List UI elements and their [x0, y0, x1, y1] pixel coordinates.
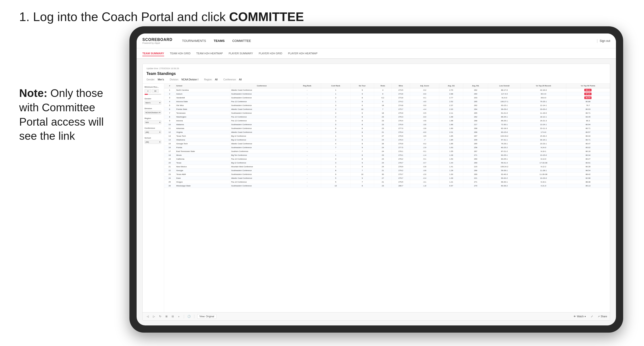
- col-vstop25[interactable]: Vs Top 25 Record: [520, 84, 566, 88]
- toolbar-refresh-btn[interactable]: ↻: [158, 314, 162, 319]
- table-row[interactable]: 17 East Tennessee State Southern Confere…: [164, 150, 610, 153]
- table-row[interactable]: 1 North Carolina Atlantic Coast Conferen…: [164, 88, 610, 92]
- table-row[interactable]: 10 Alabama Southeastern Conference - 5 8…: [164, 123, 610, 127]
- filter-group-division: Division NCAA Division I ▾: [144, 107, 162, 114]
- school-select[interactable]: (All) ▾: [144, 140, 161, 144]
- table-row[interactable]: 3 Vanderbilt Southeastern Conference - 2…: [164, 96, 610, 100]
- toolbar-sep-1: [184, 315, 184, 319]
- ipad-frame: SCOREBOARD Powered by clippd TOURNAMENTS…: [130, 26, 623, 333]
- watch-btn[interactable]: 👁 Watch ▾: [574, 315, 586, 318]
- col-low[interactable]: Low Overall: [488, 84, 520, 88]
- col-wins[interactable]: Wins: [392, 84, 410, 88]
- table-row[interactable]: 4 Arizona State Pac-12 Conference - 1 9 …: [164, 100, 610, 104]
- table-row[interactable]: 16 Florida Southeastern Conference - 7 9…: [164, 146, 610, 150]
- step-text: Log into the Coach Portal and click: [33, 10, 229, 24]
- col-avg-sg[interactable]: Avg. SG: [439, 84, 463, 88]
- table-row[interactable]: 22 Georgia Southeastern Conference - 8 7…: [164, 169, 610, 173]
- table-row[interactable]: 13 Texas Tech Big 12 Conference - 1 9 27…: [164, 134, 610, 138]
- toolbar-plus-btn[interactable]: +: [177, 314, 181, 319]
- table-row[interactable]: 26 Mississippi State Southeastern Confer…: [164, 184, 610, 188]
- sidebar-filters: Minimum Rou... 4 30 Gender Men's: [142, 84, 164, 312]
- col-reg-rank[interactable]: Reg Rank: [293, 84, 321, 88]
- table-row[interactable]: 14 Oklahoma Big 12 Conference - 2 8 24 2…: [164, 138, 610, 142]
- filter-group-region: Region N/A ▾: [144, 117, 162, 124]
- logo-sub: Powered by clippd: [142, 42, 172, 44]
- step-instruction: 1. Log into the Coach Portal and click C…: [19, 9, 304, 24]
- toolbar-copy-btn[interactable]: ⊞: [164, 314, 168, 319]
- filter-group-conference: Conference (All) ▾: [144, 127, 162, 134]
- table-row[interactable]: 6 Florida State Atlantic Coast Conferenc…: [164, 107, 610, 111]
- subnav-player-summary[interactable]: PLAYER SUMMARY: [229, 51, 253, 56]
- step-number: 1.: [19, 10, 30, 24]
- filter-group-min-rounds: Minimum Rou... 4 30: [144, 86, 162, 95]
- toolbar-grid-btn[interactable]: ⊟: [170, 314, 175, 319]
- sub-nav: TEAM SUMMARY TEAM H2H GRID TEAM H2H HEAT…: [136, 48, 616, 59]
- logo-main: SCOREBOARD: [142, 37, 172, 42]
- subnav-player-h2h-grid[interactable]: PLAYER H2H GRID: [259, 51, 282, 56]
- table-row[interactable]: 9 Arizona Pac-12 Conference - 3 8 23 276…: [164, 119, 610, 123]
- subnav-team-h2h-grid[interactable]: TEAM H2H GRID: [170, 51, 190, 56]
- subnav-team-summary[interactable]: TEAM SUMMARY: [142, 51, 164, 56]
- standings-table: # School Conference Reg Rank Conf Rank N…: [164, 84, 610, 188]
- nav-committee[interactable]: COMMITTEE: [232, 38, 251, 43]
- top-nav: SCOREBOARD Powered by clippd TOURNAMENTS…: [136, 33, 616, 48]
- toolbar-clock-btn[interactable]: 🕐: [187, 314, 191, 319]
- table-row[interactable]: 18 Illinois Big Ten Conference - 1 8 23 …: [164, 153, 610, 157]
- col-avg-rd[interactable]: Avg. Rd.: [463, 84, 488, 88]
- toolbar-right: 👁 Watch ▾ ⤢ ↗ Share: [574, 314, 607, 319]
- gender-select[interactable]: Men's ▾: [144, 101, 161, 105]
- subnav-player-h2h-heatmap[interactable]: PLAYER H2H HEATMAP: [288, 51, 318, 56]
- toolbar-back-btn[interactable]: ◁: [146, 314, 150, 319]
- data-table-wrapper: # School Conference Reg Rank Conf Rank N…: [164, 84, 610, 312]
- filter-gender: Gender: Men's: [146, 78, 164, 81]
- nav-items: TOURNAMENTS TEAMS COMMITTEE: [182, 38, 597, 43]
- col-conf-rank[interactable]: Conf Rank: [321, 84, 350, 88]
- table-row[interactable]: 21 New Mexico Mountain West Conference -…: [164, 165, 610, 169]
- filter-group-school: School (All) ▾: [144, 137, 162, 144]
- filter-row: Gender: Men's Division: NCAA Division I …: [146, 78, 606, 81]
- col-vstop50[interactable]: Vs Top 50 Points: [566, 84, 610, 88]
- filter-region: Region: All: [204, 78, 218, 81]
- table-row[interactable]: 8 Washington Pac-12 Conference - 2 8 23 …: [164, 115, 610, 119]
- col-rnds[interactable]: Rnds: [374, 84, 392, 88]
- rounds-slider[interactable]: [144, 94, 161, 95]
- table-row[interactable]: 24 Duke Atlantic Coast Conference - 5 9 …: [164, 176, 610, 180]
- col-conference[interactable]: Conference: [230, 84, 293, 88]
- nav-signout[interactable]: Sign out: [600, 39, 610, 43]
- conference-select[interactable]: (All) ▾: [144, 130, 161, 134]
- share-btn[interactable]: ↗ Share: [598, 315, 607, 318]
- table-row[interactable]: 20 Texas Big 12 Conference - 3 9 24 278.…: [164, 161, 610, 165]
- nav-tournaments[interactable]: TOURNAMENTS: [182, 38, 206, 43]
- note-label: Note:: [19, 87, 48, 99]
- col-rank[interactable]: #: [164, 84, 175, 88]
- table-row[interactable]: 2 Auburn Southeastern Conference - 1 9 6…: [164, 92, 610, 96]
- content-body: Minimum Rou... 4 30 Gender Men's: [142, 84, 610, 312]
- filter-group-gender: Gender Men's ▾: [144, 98, 162, 105]
- table-header-section: Update time: 27/03/2024 16:56:26 Team St…: [142, 64, 610, 84]
- table-container: Update time: 27/03/2024 16:56:26 Team St…: [142, 64, 610, 321]
- table-row[interactable]: 11 Arkansas Southeastern Conference - 6 …: [164, 127, 610, 130]
- view-original-btn[interactable]: View: Original: [197, 314, 216, 319]
- filter-division: Division: NCAA Division I: [170, 78, 198, 81]
- table-row[interactable]: 12 Virginia Atlantic Coast Conference - …: [164, 130, 610, 134]
- subnav-team-h2h-heatmap[interactable]: TEAM H2H HEATMAP: [196, 51, 223, 56]
- min-rounds-input[interactable]: 4: [144, 89, 151, 93]
- watch-chevron-icon: ▾: [584, 315, 586, 318]
- max-rounds-input[interactable]: 30: [152, 89, 159, 93]
- step-highlight: COMMITTEE: [229, 10, 304, 24]
- toolbar-forward-btn[interactable]: ▷: [152, 314, 156, 319]
- table-row[interactable]: 5 Ole Miss Southeastern Conference - 3 6…: [164, 104, 610, 107]
- toolbar-expand-btn[interactable]: ⤢: [590, 314, 594, 319]
- nav-logo: SCOREBOARD Powered by clippd: [142, 37, 172, 44]
- col-school[interactable]: School: [175, 84, 230, 88]
- table-row[interactable]: 15 Georgia Tech Atlantic Coast Conferenc…: [164, 142, 610, 146]
- table-row[interactable]: 7 Tennessee Southeastern Conference - 4 …: [164, 111, 610, 115]
- division-select[interactable]: NCAA Division I ▾: [144, 111, 161, 114]
- col-adj-score[interactable]: Adj. Score: [410, 84, 439, 88]
- nav-teams[interactable]: TEAMS: [214, 38, 225, 43]
- table-row[interactable]: 19 California Pac-12 Conference - 4 8 24…: [164, 157, 610, 161]
- table-row[interactable]: 23 Texas A&M Southeastern Conference - 9…: [164, 173, 610, 176]
- col-no-tour[interactable]: No Tour: [350, 84, 374, 88]
- region-select[interactable]: N/A ▾: [144, 120, 161, 124]
- table-row[interactable]: 25 Oregon Pac-12 Conference - 5 7 21 279…: [164, 180, 610, 184]
